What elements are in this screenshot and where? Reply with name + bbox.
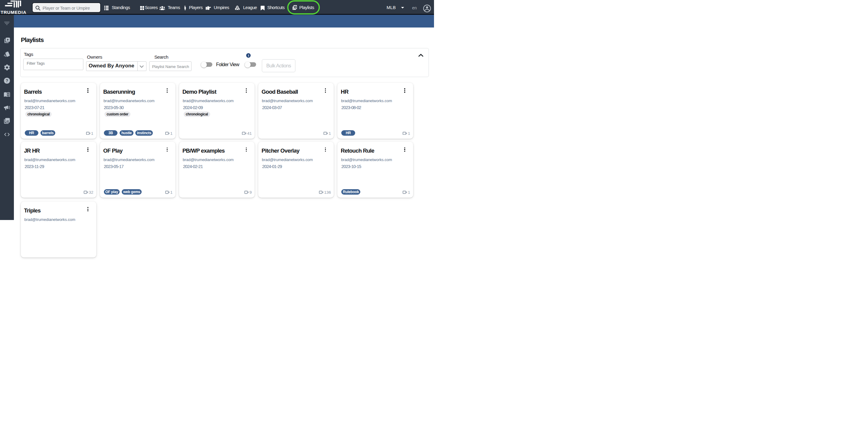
svg-text:?: ? xyxy=(6,79,8,83)
